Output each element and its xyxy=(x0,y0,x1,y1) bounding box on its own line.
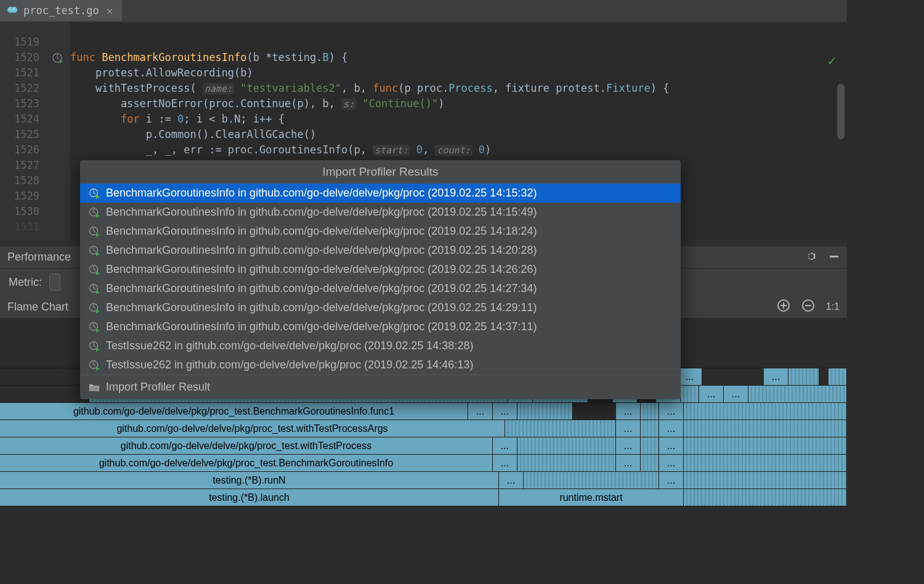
flame-cell[interactable]: ... xyxy=(468,403,493,420)
line-number: 1528 xyxy=(0,173,44,189)
flame-cell[interactable] xyxy=(517,437,616,454)
flame-cell[interactable] xyxy=(684,472,847,489)
popup-item[interactable]: TestIssue262 in github.com/go-delve/delv… xyxy=(80,336,681,355)
flame-cell[interactable] xyxy=(517,403,573,420)
flame-row: testing.(*B).runN ... ... xyxy=(0,472,847,489)
flame-cell[interactable] xyxy=(524,472,659,489)
flame-row: github.com/go-delve/delve/pkg/proc_test.… xyxy=(0,455,847,472)
flame-cell[interactable]: ... xyxy=(659,455,684,471)
flame-cell[interactable] xyxy=(684,437,847,454)
profiler-run-icon xyxy=(89,302,100,314)
flame-cell[interactable]: github.com/go-delve/delve/pkg/proc_test.… xyxy=(0,437,493,454)
flame-cell[interactable] xyxy=(684,455,847,471)
metric-label: Metric: xyxy=(9,276,42,289)
popup-item[interactable]: BenchmarkGoroutinesInfo in github.com/go… xyxy=(80,260,681,279)
flame-cell[interactable]: testing.(*B).launch xyxy=(0,489,499,506)
popup-item[interactable]: BenchmarkGoroutinesInfo in github.com/go… xyxy=(80,298,681,317)
svg-marker-14 xyxy=(96,214,100,218)
flame-cell[interactable]: ... xyxy=(493,455,517,471)
flame-row: github.com/go-delve/delve/pkg/proc_test.… xyxy=(0,403,847,420)
popup-item[interactable]: TestIssue262 in github.com/go-delve/delv… xyxy=(80,355,681,375)
profiler-run-icon xyxy=(89,322,100,333)
profiler-run-icon xyxy=(89,264,100,275)
popup-footer-import[interactable]: Import Profiler Result xyxy=(80,375,681,399)
line-number: 1530 xyxy=(0,204,44,219)
flame-cell[interactable]: ... xyxy=(659,437,684,454)
code-line: for i := 0; i < b.N; i++ { xyxy=(70,112,847,127)
flame-cell[interactable]: ... xyxy=(493,437,517,454)
svg-marker-24 xyxy=(96,309,100,314)
flame-cell[interactable]: ... xyxy=(616,420,641,437)
run-gutter-icon[interactable] xyxy=(44,50,70,65)
flame-cell[interactable]: runtime.mstart xyxy=(499,489,684,506)
flame-cell[interactable]: ... xyxy=(499,472,524,489)
flame-cell[interactable] xyxy=(748,386,847,402)
flame-cell[interactable] xyxy=(641,455,659,471)
flame-cell[interactable]: ... xyxy=(659,403,684,420)
metric-selector[interactable] xyxy=(49,274,60,291)
flame-cell[interactable] xyxy=(641,403,659,420)
settings-icon[interactable] xyxy=(805,250,817,265)
code-line: protest.AllowRecording(b) xyxy=(70,65,847,81)
flame-cell[interactable]: github.com/go-delve/delve/pkg/proc_test.… xyxy=(0,455,493,471)
flame-cell[interactable]: ... xyxy=(616,403,641,420)
code-line: func BenchmarkGoroutinesInfo(b *testing.… xyxy=(70,50,847,65)
flame-cell[interactable]: testing.(*B).runN xyxy=(0,472,499,489)
folder-open-icon xyxy=(89,383,100,392)
minimize-icon[interactable] xyxy=(829,251,840,264)
popup-item[interactable]: BenchmarkGoroutinesInfo in github.com/go… xyxy=(80,317,681,336)
flame-cell[interactable] xyxy=(684,420,847,437)
flame-cell[interactable]: ... xyxy=(678,368,702,385)
flame-cell[interactable]: ... xyxy=(699,386,724,402)
chart-actions: 1:1 xyxy=(777,299,840,315)
code-line: _, _, err := proc.GoroutinesInfo(p, star… xyxy=(70,142,847,158)
line-number: 1520 xyxy=(0,50,44,65)
popup-item[interactable]: BenchmarkGoroutinesInfo in github.com/go… xyxy=(80,184,681,203)
profiler-run-icon xyxy=(89,207,100,218)
code-line: withTestProcess( name: "testvariables2",… xyxy=(70,81,847,96)
zoom-out-icon[interactable] xyxy=(801,299,815,315)
import-profiler-popup: Import Profiler Results BenchmarkGorouti… xyxy=(80,160,681,399)
flame-cell[interactable] xyxy=(505,420,616,437)
line-number: 1522 xyxy=(0,81,44,96)
flame-cell[interactable]: github.com/go-delve/delve/pkg/proc_test.… xyxy=(0,403,468,420)
flame-cell[interactable]: ... xyxy=(616,437,641,454)
flame-cell[interactable]: github.com/go-delve/delve/pkg/proc_test.… xyxy=(0,420,505,437)
flame-cell[interactable] xyxy=(788,368,819,385)
flame-cell[interactable]: ... xyxy=(659,420,684,437)
profiler-run-icon xyxy=(89,226,100,237)
line-number: 1524 xyxy=(0,112,44,127)
tab-filename: proc_test.go xyxy=(23,4,99,17)
flame-cell[interactable]: ... xyxy=(724,386,748,402)
code-line: assertNoError(proc.Continue(p), b, s: "C… xyxy=(70,96,847,112)
popup-item[interactable]: BenchmarkGoroutinesInfo in github.com/go… xyxy=(80,203,681,222)
line-number: 1523 xyxy=(0,96,44,112)
code-line: p.Common().ClearAllGCache() xyxy=(70,127,847,142)
svg-marker-26 xyxy=(96,328,100,333)
flame-cell[interactable]: ... xyxy=(493,403,517,420)
flame-cell[interactable] xyxy=(684,403,847,420)
flame-cell[interactable]: ... xyxy=(659,472,684,489)
svg-rect-8 xyxy=(830,256,838,258)
flame-cell[interactable] xyxy=(641,437,659,454)
tab-close-icon[interactable]: × xyxy=(104,4,116,17)
zoom-reset[interactable]: 1:1 xyxy=(826,301,840,312)
editor-tab-active[interactable]: proc_test.go × xyxy=(0,0,122,22)
flame-cell[interactable] xyxy=(517,455,616,471)
popup-item[interactable]: BenchmarkGoroutinesInfo in github.com/go… xyxy=(80,222,681,241)
svg-point-4 xyxy=(10,9,10,10)
flame-cell[interactable] xyxy=(684,489,847,506)
popup-item[interactable]: BenchmarkGoroutinesInfo in github.com/go… xyxy=(80,279,681,298)
flame-cell[interactable]: ... xyxy=(616,455,641,471)
popup-item[interactable]: BenchmarkGoroutinesInfo in github.com/go… xyxy=(80,241,681,260)
editor-tab-bar: proc_test.go × xyxy=(0,0,847,22)
flame-cell[interactable] xyxy=(681,386,699,402)
svg-point-1 xyxy=(11,7,17,13)
svg-marker-16 xyxy=(96,233,100,237)
flame-cell[interactable] xyxy=(641,420,659,437)
flame-cell[interactable] xyxy=(829,368,847,385)
flame-chart-tab[interactable]: Flame Chart xyxy=(7,301,68,314)
flame-cell[interactable]: ... xyxy=(764,368,788,385)
zoom-in-icon[interactable] xyxy=(777,299,790,315)
panel-tab-performance[interactable]: Performance xyxy=(7,251,71,264)
